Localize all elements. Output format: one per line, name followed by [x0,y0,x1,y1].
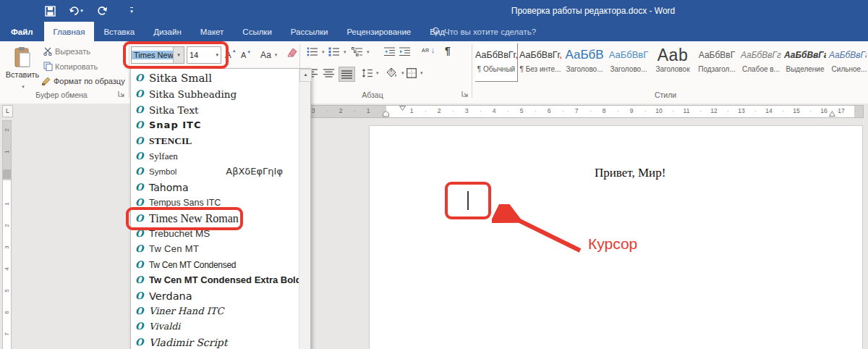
font-list-item[interactable]: O Tempus Sans ITC [131,195,299,210]
tab-review[interactable]: Рецензирование [337,22,420,41]
tab-selector[interactable]: L [2,105,13,117]
font-list-item[interactable]: O Sylfaen [131,148,299,164]
shading-button[interactable] [386,67,404,78]
vertical-ruler[interactable]: 2 1 1 2 3 4 5 6 7 [2,120,12,349]
style-card-subtitle[interactable]: АаБбВвГ Подзагол... [696,43,738,81]
font-list-item[interactable]: O Sitka Text [131,102,299,117]
sort-arrow-icon: ↓ [431,46,435,54]
clipboard-dialog-launcher[interactable] [118,91,127,99]
style-preview: АаБбВ [563,43,605,65]
font-list-item[interactable]: O Sitka Small [131,70,299,85]
font-list-item[interactable]: O Trebuchet MS [131,226,299,241]
paste-button[interactable]: Вставить [6,45,39,96]
shrink-font-button[interactable]: А ▼ [241,48,252,62]
style-preview: АаБбВвГг [475,50,516,60]
clear-formatting-button[interactable] [286,47,298,58]
font-name: Tempus Sans ITC [149,198,221,208]
change-case-button[interactable]: Аа [260,48,277,62]
redo-button[interactable] [93,2,111,20]
font-dropdown-list: O Sitka Small O Sitka Subheading O Sitka… [130,68,311,349]
style-card-subtle-emphasis[interactable]: АаБбВвГг Слабое в... [740,43,782,81]
ruler-number: 1 [4,200,10,208]
style-card-heading2[interactable]: АаБбВвГ Заголово... [608,43,650,81]
font-list-item[interactable]: O STENCIL [131,133,299,148]
customize-qat-button[interactable]: ▾ [123,2,140,20]
paste-label: Вставить [6,70,40,79]
style-card-title[interactable]: Аab Заголовок [652,43,694,81]
right-indent-marker[interactable] [829,111,835,117]
sort-button[interactable]: АЯ ↓ [422,46,435,54]
font-size-combobox[interactable]: 14 ▾ [187,46,221,64]
font-name: Sitka Small [149,72,212,85]
font-name: Symbol [149,167,176,176]
numbering-button[interactable] [328,47,346,56]
tab-design[interactable]: Дизайн [144,22,191,41]
font-name-combobox[interactable]: Times New R ▾ [131,46,184,64]
scroll-up-icon[interactable]: ▲ [299,69,312,82]
font-list-item[interactable]: O Tw Cen MT Condensed Extra Bold [131,272,299,287]
bullets-button[interactable] [307,47,325,56]
font-name: Verdana [149,290,192,302]
opentype-icon: O [135,243,146,254]
align-center-button[interactable] [323,69,334,77]
cut-button[interactable]: Вырезать [43,47,90,56]
increase-indent-button[interactable] [399,47,410,56]
tab-mailings[interactable]: Рассылки [281,22,338,41]
font-name-dropdown-icon[interactable]: ▾ [173,47,184,63]
left-indent-marker[interactable] [383,111,389,117]
annotation-arrow [492,204,590,256]
font-list-item-times-new-roman[interactable]: O Times New Roman [131,211,299,226]
borders-button[interactable] [407,68,423,78]
copy-button[interactable]: Копировать [43,62,98,71]
font-list-item[interactable]: O Tw Cen MT Condensed [131,257,299,272]
font-list-item[interactable]: O Verdana [131,288,299,303]
opentype-icon: O [135,290,146,301]
first-line-indent-marker[interactable] [399,106,406,111]
ruler-number: 1 [361,107,375,114]
tab-references[interactable]: Ссылки [233,22,281,41]
style-card-heading1[interactable]: АаБбВ Заголово... [563,43,605,81]
style-card-no-spacing[interactable]: АаБбВвГг, ¶ Без инте... [519,43,561,81]
style-label: Заголово... [563,65,605,73]
grow-font-button[interactable]: А ▲ [225,46,238,62]
tell-me-label: Что вы хотите сделать? [444,28,536,36]
font-list-item[interactable]: O Symbol ΑβΧδΕφΓηΙφ [131,164,299,179]
undo-button[interactable]: ▾ [65,2,87,20]
format-painter-button[interactable]: Формат по образцу [41,76,125,85]
font-list-item[interactable]: O Vivaldi [131,319,299,334]
tab-insert[interactable]: Вставка [94,22,144,41]
change-case-glyph: Аа [260,50,271,60]
line-spacing-icon [362,69,373,77]
style-preview: АаБбВвГ [696,43,738,65]
font-size-dropdown-icon[interactable]: ▾ [216,52,218,58]
tab-layout[interactable]: Макет [191,22,234,41]
save-button[interactable] [41,2,59,20]
justify-button[interactable] [339,67,355,82]
font-list-item[interactable]: O Viner Hand ITC [131,303,299,319]
font-list-item[interactable]: O Snap ITC [131,117,299,133]
style-card-normal[interactable]: АаБбВвГг, ¶ Обычный [475,43,517,81]
style-card-emphasis[interactable]: АаБбВвГг Выделение [784,43,826,81]
ruler-number: 17 [834,107,848,114]
horizontal-ruler[interactable]: 3 2 1 1 2 3 4 5 6 7 8 9 10 11 12 13 14 1… [304,105,864,118]
font-list-item[interactable]: O Tw Cen MT [131,241,299,256]
font-list-item[interactable]: O Sitka Subheading [131,86,299,101]
tab-home[interactable]: Главная [44,22,95,41]
opentype-icon: O [135,72,146,83]
tell-me-box[interactable]: Что вы хотите сделать? [432,22,536,41]
font-name: Tw Cen MT Condensed [149,260,236,270]
font-list-item[interactable]: O Vladimir Script [131,335,299,349]
font-list-item[interactable]: O Tahoma [131,180,299,195]
decrease-indent-button[interactable] [384,47,395,56]
copy-label: Копировать [55,62,98,71]
line-spacing-button[interactable] [362,69,379,77]
tab-file[interactable]: Файл [0,22,44,41]
style-preview: АаБбВвГг [519,50,560,60]
show-marks-button[interactable]: ¶ [445,45,451,56]
font-name: Tw Cen MT Condensed Extra Bold [149,274,302,285]
dropdown-scrollbar[interactable]: ▲ [299,69,310,349]
eraser-icon [286,47,298,58]
paragraph-dialog-launcher[interactable] [461,91,470,99]
style-card-intense-emphasis[interactable]: АаБбВвГг Сильное... [828,43,867,81]
multilevel-list-button[interactable] [352,47,370,56]
